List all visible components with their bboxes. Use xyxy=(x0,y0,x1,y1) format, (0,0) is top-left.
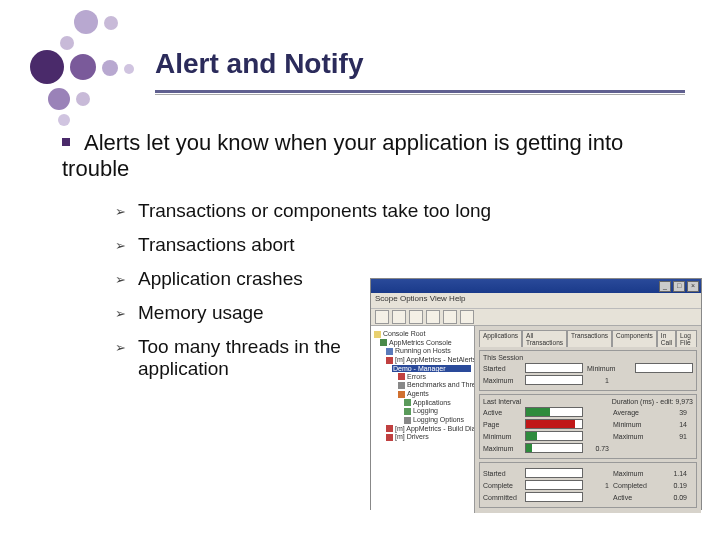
arrow-icon: ➢ xyxy=(115,306,126,321)
tree-node: Agents xyxy=(398,390,471,398)
maximize-button[interactable]: □ xyxy=(673,281,685,292)
logging-icon xyxy=(404,408,411,415)
tab-components[interactable]: Components xyxy=(612,330,657,347)
tab-transactions[interactable]: Transactions xyxy=(567,330,612,347)
host-icon xyxy=(386,348,393,355)
group-summary: StartedMaximum1.14 Complete1Completed0.1… xyxy=(479,462,697,508)
main-bullet-text: Alerts let you know when your applicatio… xyxy=(62,130,623,181)
group-this-session: This Session StartedMinimum Maximum1 xyxy=(479,350,697,391)
toolbar-up-icon[interactable] xyxy=(409,310,423,324)
tree-node: [m] AppMetrics - NetAlerts xyxy=(386,356,471,364)
logo-graphic xyxy=(20,10,150,140)
toolbar-properties-icon[interactable] xyxy=(443,310,457,324)
driver-icon xyxy=(386,434,393,441)
sub-bullet-text: Transactions or components take too long xyxy=(138,200,491,222)
tab-strip: Applications All Transactions Transactio… xyxy=(479,330,697,347)
duration-label: Duration (ms) - edit: 9,973 xyxy=(612,398,693,405)
close-button[interactable]: × xyxy=(687,281,699,292)
main-bullet: Alerts let you know when your applicatio… xyxy=(62,130,690,182)
metric-bar xyxy=(525,480,583,490)
slide-title: Alert and Notify xyxy=(155,48,363,80)
application-icon xyxy=(404,399,411,406)
minimize-button[interactable]: _ xyxy=(659,281,671,292)
title-underline-thin xyxy=(155,94,685,95)
metric-bar xyxy=(525,431,583,441)
tree-node-selected: Demo - Manager xyxy=(392,365,471,372)
folder-icon xyxy=(374,331,381,338)
tree-node: Logging Options xyxy=(404,416,471,424)
tree-node: [m] AppMetrics - Build Diagnostics xyxy=(386,425,471,433)
tree-node: Console Root xyxy=(374,330,471,338)
arrow-icon: ➢ xyxy=(115,238,126,253)
app-icon xyxy=(380,339,387,346)
monitor-icon xyxy=(386,357,393,364)
tab-in-call[interactable]: In Call xyxy=(657,330,676,347)
nav-tree[interactable]: Console Root AppMetrics Console Running … xyxy=(371,326,475,513)
tree-node: [m] Drivers xyxy=(386,433,471,441)
metric-bar xyxy=(525,468,583,478)
tab-all-transactions[interactable]: All Transactions xyxy=(522,330,567,347)
sub-bullet-text: Application crashes xyxy=(138,268,303,290)
arrow-icon: ➢ xyxy=(115,272,126,287)
tree-node: Logging xyxy=(404,407,471,415)
toolbar xyxy=(371,309,701,326)
bullet-square-icon xyxy=(62,138,70,146)
options-icon xyxy=(404,417,411,424)
tree-node: Errors xyxy=(398,373,471,381)
title-underline xyxy=(155,90,685,93)
sub-bullet-text: Too many threads in the application xyxy=(138,336,378,380)
tree-node: AppMetrics Console xyxy=(380,339,471,347)
metric-bar xyxy=(525,492,583,502)
sub-bullet-text: Transactions abort xyxy=(138,234,295,256)
toolbar-forward-icon[interactable] xyxy=(392,310,406,324)
agent-icon xyxy=(398,391,405,398)
arrow-icon: ➢ xyxy=(115,204,126,219)
metric-bar xyxy=(525,443,583,453)
metric-bar xyxy=(525,363,583,373)
error-icon xyxy=(398,373,405,380)
group-title: Last Interval xyxy=(483,398,521,405)
group-title: This Session xyxy=(483,354,693,361)
menu-bar[interactable]: Scope Options View Help xyxy=(371,293,701,309)
metric-bar xyxy=(525,375,583,385)
tab-applications[interactable]: Applications xyxy=(479,330,522,347)
tab-log-file[interactable]: Log File xyxy=(676,330,697,347)
monitor-icon xyxy=(386,425,393,432)
arrow-icon: ➢ xyxy=(115,340,126,355)
benchmark-icon xyxy=(398,382,405,389)
sub-bullet-text: Memory usage xyxy=(138,302,264,324)
metric-bar xyxy=(525,407,583,417)
embedded-app-window: _ □ × Scope Options View Help Console Ro… xyxy=(370,278,702,510)
group-last-interval: Last IntervalDuration (ms) - edit: 9,973… xyxy=(479,394,697,459)
detail-panel: Applications All Transactions Transactio… xyxy=(475,326,701,513)
window-titlebar: _ □ × xyxy=(371,279,701,293)
tree-node: Running on Hosts xyxy=(386,347,471,355)
tree-node: Benchmarks and Thresholds xyxy=(398,381,471,389)
toolbar-refresh-icon[interactable] xyxy=(426,310,440,324)
tree-node: Applications xyxy=(404,399,471,407)
toolbar-help-icon[interactable] xyxy=(460,310,474,324)
metric-bar xyxy=(635,363,693,373)
toolbar-back-icon[interactable] xyxy=(375,310,389,324)
metric-bar xyxy=(525,419,583,429)
